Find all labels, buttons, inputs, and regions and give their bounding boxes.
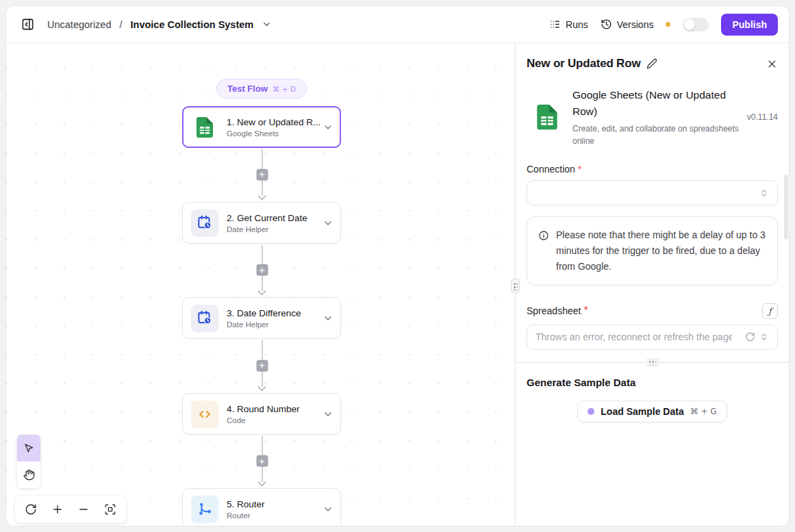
spreadsheet-placeholder: Throws an error, reconnect or refresh th… [535, 331, 732, 342]
top-bar: Uncategorized / Invoice Collection Syste… [6, 6, 789, 43]
add-step-button[interactable] [256, 359, 268, 371]
node-chevron-icon[interactable] [323, 122, 333, 133]
node-chevron-icon[interactable] [323, 313, 333, 324]
breadcrumb-flow-name[interactable]: Invoice Collection System [131, 19, 254, 30]
flow-enabled-toggle[interactable] [683, 18, 709, 31]
test-flow-button[interactable]: Test Flow ⌘ + D [216, 79, 307, 99]
canvas-zoom-toolbar [15, 496, 126, 523]
flow-canvas[interactable]: Test Flow ⌘ + D 1. New or Updated R... G… [6, 43, 515, 526]
runs-button[interactable]: Runs [549, 18, 588, 30]
node-subtitle: Google Sheets [227, 129, 320, 138]
trigger-delay-text: Please note that there might be a delay … [556, 227, 766, 275]
node-chevron-icon[interactable] [323, 409, 333, 420]
rotate-cw-icon [25, 503, 37, 516]
connector [256, 149, 268, 201]
connection-select[interactable] [527, 180, 778, 205]
connector [256, 340, 268, 392]
panel-scrollbar[interactable] [784, 175, 788, 240]
node-subtitle: Code [227, 416, 320, 425]
panel-resize-handle[interactable] [511, 279, 520, 293]
node-title: 2. Get Current Date [227, 213, 320, 223]
minus-icon [77, 503, 90, 516]
flow-node-4[interactable]: 4. Round Number Code [182, 393, 341, 435]
node-title: 5. Router [227, 499, 320, 509]
step-settings-panel: New or Updated Row [515, 43, 789, 526]
spreadsheet-label: Spreadsheet [527, 305, 581, 316]
hand-icon [23, 469, 35, 481]
history-icon [601, 18, 612, 30]
test-flow-label: Test Flow [227, 84, 268, 94]
flow-node-1[interactable]: 1. New or Updated R... Google Sheets [182, 106, 341, 148]
add-step-button[interactable] [256, 264, 268, 276]
zoom-in-button[interactable] [46, 498, 69, 521]
versions-button[interactable]: Versions [601, 18, 654, 30]
mouse-pointer-icon [23, 442, 35, 454]
close-panel-icon[interactable] [766, 58, 778, 70]
chevron-updown-icon [759, 188, 769, 198]
info-icon [538, 230, 549, 275]
piece-name: Google Sheets (New or Updated Row) [572, 87, 743, 120]
node-title: 1. New or Updated R... [227, 117, 320, 127]
node-subtitle: Date Helper [227, 320, 320, 329]
pan-tool-button[interactable] [17, 461, 40, 488]
app-window: Uncategorized / Invoice Collection Syste… [5, 5, 790, 527]
fit-to-view-button[interactable] [99, 498, 122, 521]
load-sample-data-button[interactable]: Load Sample Data ⌘ + G [577, 401, 727, 422]
breadcrumb-folder[interactable]: Uncategorized [47, 19, 112, 30]
flow-node-2[interactable]: 2. Get Current Date Date Helper [182, 202, 341, 244]
sidebar-toggle-icon[interactable] [17, 14, 38, 35]
spreadsheet-select[interactable]: Throws an error, reconnect or refresh th… [527, 325, 778, 350]
node-title: 4. Round Number [227, 404, 320, 414]
section-resize-handle[interactable] [646, 359, 659, 366]
fit-screen-icon [104, 503, 116, 516]
rename-step-icon[interactable] [646, 58, 657, 69]
versions-label: Versions [617, 19, 654, 30]
node-subtitle: Router [227, 511, 320, 520]
add-step-button[interactable] [256, 455, 268, 467]
flow-menu-chevron-icon[interactable] [262, 19, 272, 29]
plus-icon [51, 503, 64, 516]
test-flow-shortcut: ⌘ + D [273, 85, 296, 93]
load-sample-data-shortcut: ⌘ + G [690, 407, 717, 416]
node-chevron-icon[interactable] [323, 504, 333, 515]
google-sheets-icon [532, 102, 562, 132]
reset-view-button[interactable] [19, 498, 42, 521]
required-asterisk: * [578, 164, 581, 175]
flow-node-3[interactable]: 3. Date Difference Date Helper [182, 297, 341, 339]
draft-status-dot [666, 22, 670, 27]
add-step-button[interactable] [256, 168, 268, 180]
load-sample-data-label: Load Sample Data [601, 406, 683, 417]
code-icon [191, 401, 218, 428]
node-subtitle: Date Helper [227, 225, 320, 233]
connection-label: Connection [527, 164, 575, 175]
calendar-clock-icon [191, 305, 218, 332]
runs-label: Runs [566, 19, 588, 30]
connector [256, 436, 268, 487]
router-icon [191, 496, 218, 523]
publish-button[interactable]: Publish [721, 14, 778, 36]
required-asterisk: * [583, 305, 588, 317]
generate-sample-data-heading: Generate Sample Data [527, 377, 778, 388]
purple-dot-icon [588, 408, 594, 415]
zoom-out-button[interactable] [72, 498, 95, 521]
connector [256, 245, 268, 296]
dynamic-value-toggle[interactable]: ƒ [762, 303, 778, 319]
breadcrumb-separator: / [118, 19, 124, 30]
piece-version: v0.11.14 [747, 112, 778, 122]
node-title: 3. Date Difference [227, 308, 320, 318]
canvas-mode-toolbar [17, 435, 40, 488]
panel-title: New or Updated Row [527, 57, 640, 71]
piece-description: Create, edit, and collaborate on spreads… [572, 123, 743, 147]
calendar-clock-icon [191, 210, 218, 237]
google-sheets-icon [191, 114, 218, 141]
trigger-delay-note: Please note that there might be a delay … [527, 216, 778, 286]
flow-node-5[interactable]: 5. Router Router [182, 488, 341, 526]
chevron-updown-icon [759, 332, 769, 342]
runs-list-icon [549, 18, 561, 30]
select-tool-button[interactable] [17, 435, 40, 461]
node-chevron-icon[interactable] [323, 218, 333, 229]
panel-section-divider [516, 362, 789, 363]
refresh-options-icon[interactable] [745, 332, 755, 342]
